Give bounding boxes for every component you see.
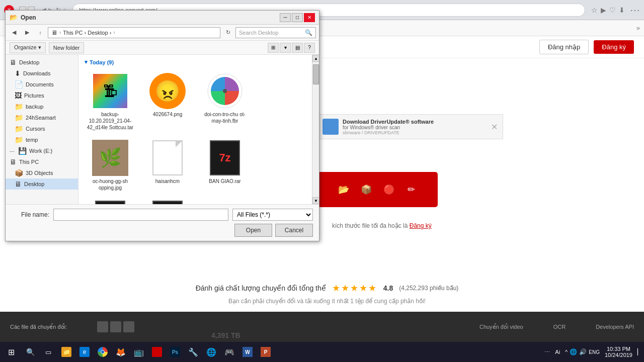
view-btn-2[interactable]: ▾ <box>280 43 291 53</box>
taskbar-app-red[interactable] <box>149 343 165 361</box>
nav-pictures[interactable]: 🖼 Pictures <box>6 90 78 101</box>
word-icon: W <box>243 347 253 357</box>
nav-desktop[interactable]: 🖥 Desktop <box>6 57 78 68</box>
file-item-danhsach[interactable]: 7z DANH SÁCH.rar <box>83 197 138 204</box>
taskbar: ⊞ 🔍 ▭ 📁 e 🦊 📺 Ps 🔧 🌐 🎮 W P ⋯ Ai ^ 🌐 🔊 EN… <box>0 342 644 362</box>
taskbar-vlc[interactable]: 📺 <box>131 343 147 361</box>
filetype-select[interactable]: All Files (*.*) <box>232 209 313 221</box>
ps-icon: Ps <box>170 347 180 357</box>
edit-icon[interactable]: ✏ <box>404 182 419 197</box>
register-link[interactable]: Đăng ký <box>410 222 432 229</box>
back-nav-btn[interactable]: ◀ <box>9 27 20 38</box>
address-text: This PC › Desktop › <box>63 30 111 36</box>
downloads-nav-icon: ⬇ <box>15 69 21 77</box>
file-item-bangiao[interactable]: 7z BAN GIAO.rar <box>197 136 253 195</box>
volume-icon[interactable]: 🔊 <box>579 348 587 355</box>
dialog-titlebar: 📂 Open ─ □ ✕ <box>6 11 319 25</box>
bookmarks-more[interactable]: » <box>636 24 640 32</box>
view-btn-3[interactable]: ▤ <box>292 43 303 53</box>
taskbar-app2[interactable]: 🔧 <box>185 343 201 361</box>
folder-tool-icon[interactable]: 📂 <box>336 182 351 197</box>
nav-desktop-selected[interactable]: 🖥 Desktop <box>6 178 78 190</box>
dialog-minimize[interactable]: ─ <box>280 13 291 22</box>
nav-temp[interactable]: 📁 temp <box>6 134 78 145</box>
file-item-haisanh[interactable]: haisanhcm <box>140 136 195 195</box>
nav-cursors[interactable]: 📁 Cursors <box>6 123 78 134</box>
nav-backup[interactable]: 📁 backup <box>6 101 78 112</box>
taskbar-word[interactable]: W <box>239 343 256 361</box>
register-button[interactable]: Đăng ký <box>594 40 634 54</box>
nav-3dobjects[interactable]: 📦 3D Objects <box>6 167 78 178</box>
nav-downloads[interactable]: ⬇ Downloads <box>6 68 78 79</box>
dialog-title: Open <box>21 14 36 21</box>
dropbox-icon[interactable]: 📦 <box>359 182 374 197</box>
tray-arrow[interactable]: ^ <box>565 349 568 355</box>
start-button[interactable]: ⊞ <box>2 343 20 361</box>
more-icon[interactable]: ⋯ <box>630 4 640 16</box>
taskbar-chrome[interactable] <box>95 343 111 361</box>
search-taskbar[interactable]: 🔍 <box>22 344 38 360</box>
taskbar-dots[interactable]: ⋯ <box>544 349 550 355</box>
cloud-icon[interactable]: 🔴 <box>381 182 396 197</box>
up-nav-btn[interactable]: ↑ <box>35 27 46 38</box>
clock[interactable]: 10:33 PM 10/24/2019 <box>605 346 632 358</box>
file-item-english[interactable]: 7z Go English <box>140 197 195 204</box>
refresh-btn[interactable]: ↻ <box>222 27 233 38</box>
blank-doc-icon <box>152 140 183 175</box>
heart-icon[interactable]: ♡ <box>609 6 616 14</box>
download-icon[interactable]: ⬇ <box>619 6 625 14</box>
red-app-icon <box>152 347 162 357</box>
forward-nav-btn[interactable]: ▶ <box>22 27 33 38</box>
scroll-thumb[interactable] <box>313 64 319 84</box>
nav-24h[interactable]: 📁 24hSeamart <box>6 112 78 123</box>
taskview-btn[interactable]: ▭ <box>40 344 56 360</box>
pinwheel-filename: doi-con-tro-chu ot-may-tinh.fbr <box>200 111 250 124</box>
filename-input[interactable] <box>53 209 228 221</box>
taskbar-app3[interactable]: 🌐 <box>203 343 219 361</box>
ad-close[interactable]: ✕ <box>491 122 498 132</box>
ad-banner: Download DriverUpdate® software for Wind… <box>317 114 503 139</box>
new-folder-button[interactable]: New folder <box>49 42 85 53</box>
stats-icons <box>97 321 134 332</box>
taskbar-photoshop[interactable]: Ps <box>167 343 183 361</box>
dialog-buttons: Open Cancel <box>12 224 313 237</box>
tools-banner: 📂 📦 🔴 ✏ <box>317 172 438 207</box>
svg-point-1 <box>223 89 227 93</box>
file-item-plant[interactable]: 🌿 oc-huong-gg-sh opping.jpg <box>83 136 138 195</box>
view-btn-1[interactable]: ⊞ <box>268 43 279 53</box>
file-item-4026674[interactable]: 😠 4026674.png <box>140 69 195 134</box>
dialog-maximize[interactable]: □ <box>292 13 303 22</box>
search-icon: 🔍 <box>305 29 312 36</box>
organize-button[interactable]: Organize ▾ <box>10 42 46 53</box>
nav-documents[interactable]: 📄 Documents <box>6 79 78 90</box>
taskbar-firefox[interactable]: 🦊 <box>113 343 129 361</box>
network-icon[interactable]: 🌐 <box>570 348 577 355</box>
cancel-button[interactable]: Cancel <box>275 224 313 237</box>
desktop-sel-icon: 🖥 <box>15 180 22 188</box>
file-item-backup[interactable]: 🗜 backup-10.20.2019_21-04-42_d14le Sottc… <box>83 69 138 134</box>
chrome-icon <box>98 347 108 357</box>
folder-icon: 📂 <box>10 14 18 21</box>
taskbar-app4[interactable]: 🎮 <box>221 343 237 361</box>
bookmark-icon[interactable]: ☆ <box>591 6 598 14</box>
scroll-up-btn[interactable]: ▲ <box>312 55 319 62</box>
nav-thispc[interactable]: 🖥 This PC <box>6 156 78 167</box>
scroll-track <box>312 62 319 197</box>
dialog-address-bar[interactable]: 🖥 › This PC › Desktop › › <box>48 27 220 38</box>
dialog-search[interactable]: Search Desktop 🔍 <box>235 27 316 38</box>
nav-work[interactable]: — 💾 Work (E:) <box>6 145 78 156</box>
login-button[interactable]: Đăng nhập <box>539 40 589 54</box>
dialog-close[interactable]: ✕ <box>304 13 315 22</box>
file-scrollbar[interactable]: ▲ ▼ <box>312 55 319 204</box>
taskbar-ppt[interactable]: P <box>258 343 274 361</box>
help-btn[interactable]: ? <box>304 43 315 53</box>
show-desktop-btn[interactable]: ▏ <box>637 348 642 355</box>
taskbar-edge[interactable]: e <box>76 343 93 361</box>
desktop-nav-icon: 🖥 <box>10 58 17 66</box>
taskbar-file-explorer[interactable]: 📁 <box>58 343 74 361</box>
file-item-pinwheel[interactable]: doi-con-tro-chu ot-may-tinh.fbr <box>197 69 253 134</box>
open-button[interactable]: Open <box>234 224 272 237</box>
play-icon[interactable]: ▶ <box>601 6 606 14</box>
scroll-down-btn[interactable]: ▼ <box>312 197 319 204</box>
file-panel: ▾ Today (9) 🗜 backup-10.20.2019_21-04-42… <box>78 55 312 204</box>
